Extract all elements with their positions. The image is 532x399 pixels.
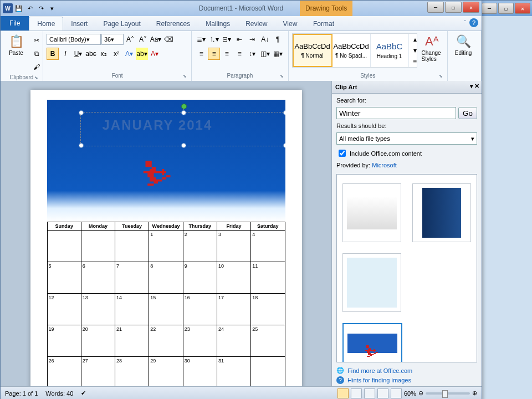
clipart-thumb-1[interactable] [342,183,401,242]
save-icon[interactable]: 💾 [14,3,24,13]
align-center-button[interactable]: ≡ [208,48,220,60]
calendar-cell[interactable]: 22 [149,325,183,357]
highlight-button[interactable]: ab▾ [136,48,148,60]
calendar-cell[interactable]: 20 [81,325,115,357]
strikethrough-button[interactable]: abc [85,48,97,60]
word-count[interactable]: Words: 40 [45,390,73,397]
calendar-cell[interactable]: 15 [149,294,183,325]
selection-box[interactable] [80,112,285,146]
change-styles-button[interactable]: Aᴬ Change Styles [420,33,444,63]
rotate-handle[interactable] [181,104,187,109]
calendar-cell[interactable]: 16 [183,294,217,325]
align-right-button[interactable]: ≡ [221,48,233,60]
tab-file[interactable]: File [1,16,29,30]
zoom-value[interactable]: 60% [404,390,416,397]
align-left-button[interactable]: ≡ [195,48,207,60]
calendar-cell[interactable]: 5 [47,262,81,294]
multilevel-button[interactable]: ⊟▾ [221,33,233,45]
calendar-cell[interactable]: 12 [47,294,81,325]
calendar-cell[interactable]: 25 [251,325,285,357]
provider-link[interactable]: Microsoft [372,162,397,168]
calendar-cell[interactable] [115,231,149,262]
text-effects-button[interactable]: A▾ [123,48,135,60]
calendar-cell[interactable] [251,357,285,387]
calendar-cell[interactable]: 24 [217,325,250,357]
find-more-link[interactable]: 🌐 Find more at Office.com [336,367,477,374]
zoom-out-button[interactable]: ⊖ [418,390,423,397]
help-icon[interactable]: ? [469,18,478,27]
calendar-cell[interactable]: 2 [183,231,217,262]
resize-handle-s[interactable] [181,143,186,148]
tab-home[interactable]: Home [29,17,63,30]
zoom-thumb[interactable] [442,390,448,398]
ribbon-minimize-icon[interactable]: ˆ [464,19,466,26]
calendar-cell[interactable]: 29 [149,357,183,387]
calendar-cell[interactable]: 3 [217,231,250,262]
tab-references[interactable]: References [149,17,198,30]
calendar-cell[interactable]: 1 [149,231,183,262]
clear-formatting-button[interactable]: ⌫ [162,33,175,45]
subscript-button[interactable]: x₂ [98,48,110,60]
font-color-button[interactable]: A▾ [149,48,161,60]
shrink-font-button[interactable]: A˅ [137,33,149,45]
calendar-cell[interactable]: 9 [183,262,217,294]
clipart-thumb-2[interactable] [412,183,471,242]
styles-gallery[interactable]: AaBbCcDd ¶ Normal AaBbCcDd ¶ No Spaci...… [292,33,417,68]
resize-handle-se[interactable] [283,143,285,148]
pane-close-icon[interactable]: ✕ [474,83,479,90]
close-button[interactable]: ✕ [463,2,479,13]
calendar-cell[interactable]: 8 [149,262,183,294]
calendar-table[interactable]: SundayMondayTuesdayWednesdayThursdayFrid… [47,222,285,386]
calendar-cell[interactable]: 31 [217,357,250,387]
calendar-cell[interactable]: 26 [47,357,81,387]
resize-handle-n[interactable] [181,110,186,115]
grow-font-button[interactable]: A˄ [124,33,136,45]
tab-view[interactable]: View [275,17,305,30]
calendar-cell[interactable]: 7 [115,262,149,294]
web-layout-view[interactable] [364,388,375,398]
undo-icon[interactable]: ↶ [25,3,35,13]
tab-page-layout[interactable]: Page Layout [95,17,148,30]
resize-handle-nw[interactable] [79,110,84,115]
tab-format[interactable]: Format [305,17,342,30]
copy-button[interactable]: ⧉ [30,48,43,60]
resize-handle-ne[interactable] [283,110,285,115]
paste-button[interactable]: 📋 Paste [4,33,28,57]
style-heading1[interactable]: AaBbC Heading 1 [371,34,409,67]
calendar-cell[interactable]: 30 [183,357,217,387]
outline-view[interactable] [377,388,388,398]
calendar-cell[interactable]: 14 [115,294,149,325]
include-checkbox-input[interactable] [339,150,346,157]
tab-review[interactable]: Review [238,17,275,30]
decrease-indent-button[interactable]: ⇤ [233,33,245,45]
calendar-cell[interactable]: 23 [183,325,217,357]
line-spacing-button[interactable]: ↕▾ [246,48,258,60]
proofing-icon[interactable]: ✔ [81,390,86,397]
calendar-cell[interactable]: 6 [81,262,115,294]
bullets-button[interactable]: ≣▾ [195,33,207,45]
increase-indent-button[interactable]: ⇥ [246,33,258,45]
clipart-thumb-3[interactable] [342,253,401,312]
tab-insert[interactable]: Insert [63,17,95,30]
change-case-button[interactable]: Aa▾ [150,33,162,45]
calendar-cell[interactable]: 11 [251,262,285,294]
bg-close-button[interactable]: ✕ [515,3,530,14]
word-icon[interactable]: W [3,3,13,13]
bold-button[interactable]: B [47,48,59,60]
show-marks-button[interactable]: ¶ [272,33,284,45]
cut-button[interactable]: ✂ [30,34,43,47]
results-list[interactable] [336,174,477,362]
calendar-cell[interactable]: 21 [115,325,149,357]
shading-button[interactable]: ◫▾ [259,48,271,60]
search-input[interactable] [336,107,456,119]
calendar-cell[interactable]: 28 [115,357,149,387]
calendar-cell[interactable] [81,231,115,262]
underline-button[interactable]: U▾ [72,48,84,60]
calendar-cell[interactable]: 13 [81,294,115,325]
page-status[interactable]: Page: 1 of 1 [5,390,38,397]
style-normal[interactable]: AaBbCcDd ¶ Normal [293,34,332,67]
minimize-button[interactable]: ─ [427,2,444,13]
draft-view[interactable] [391,388,402,398]
sort-button[interactable]: A↓ [259,33,271,45]
superscript-button[interactable]: x² [110,48,122,60]
